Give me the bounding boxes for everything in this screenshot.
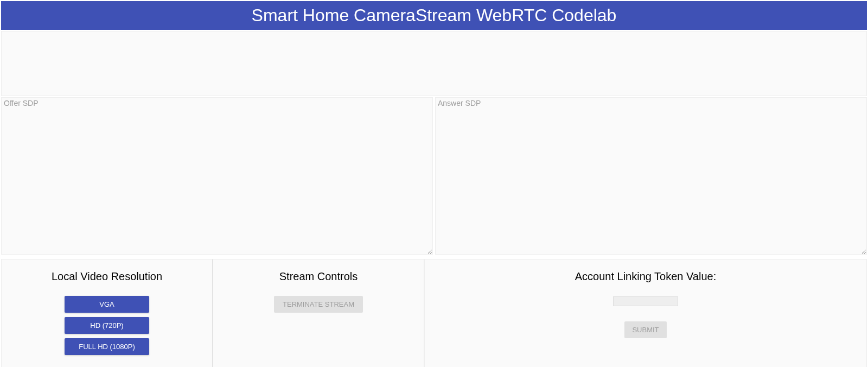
page-title: Smart Home CameraStream WebRTC Codelab bbox=[252, 5, 617, 25]
hd-button[interactable]: HD (720P) bbox=[65, 317, 149, 334]
resolution-panel: Local Video Resolution VGA HD (720P) FUL… bbox=[1, 259, 213, 367]
sdp-row bbox=[1, 97, 867, 257]
answer-sdp-textarea[interactable] bbox=[435, 97, 867, 255]
page-header: Smart Home CameraStream WebRTC Codelab bbox=[1, 1, 867, 30]
resolution-title: Local Video Resolution bbox=[7, 270, 207, 283]
stream-controls-panel: Stream Controls TERMINATE STREAM bbox=[213, 259, 424, 367]
token-title: Account Linking Token Value: bbox=[430, 270, 861, 283]
video-preview-area bbox=[1, 31, 867, 96]
fullhd-button[interactable]: FULL HD (1080P) bbox=[65, 338, 149, 355]
answer-sdp-column bbox=[435, 97, 867, 257]
terminate-stream-button[interactable]: TERMINATE STREAM bbox=[274, 296, 363, 313]
submit-button[interactable]: SUBMIT bbox=[624, 321, 666, 338]
controls-row: Local Video Resolution VGA HD (720P) FUL… bbox=[1, 259, 867, 367]
token-panel: Account Linking Token Value: SUBMIT bbox=[424, 259, 867, 367]
offer-sdp-textarea[interactable] bbox=[1, 97, 433, 255]
stream-controls-title: Stream Controls bbox=[219, 270, 418, 283]
offer-sdp-column bbox=[1, 97, 433, 257]
token-input[interactable] bbox=[613, 296, 678, 306]
vga-button[interactable]: VGA bbox=[65, 296, 149, 313]
